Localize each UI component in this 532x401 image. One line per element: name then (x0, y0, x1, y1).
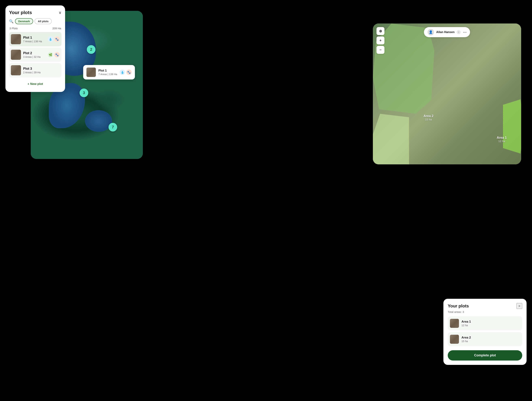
plot-3-details: 2 Areas | 39 Ha (23, 71, 57, 74)
plots-total-ha: 209 Ha (52, 27, 61, 30)
tooltip-title: Plot 1 (98, 69, 117, 72)
map-marker-2[interactable]: 2 (87, 45, 95, 54)
plots-sidebar-panel: Your plots ∨ 🔍 Denmark All plots 3 Plots… (6, 6, 65, 92)
tooltip-subtitle: 7 Areas | 138 Ha (98, 73, 117, 76)
right-map-panel: Area 2 15 ha Area 1 12 ha ⊕ + − 👤 Allan … (373, 24, 521, 164)
user-info-badge[interactable]: i (457, 30, 461, 34)
tooltip-info: Plot 1 7 Areas | 138 Ha (98, 69, 117, 76)
chevron-down-icon[interactable]: ∨ (59, 10, 62, 15)
right-map-background: Area 2 15 ha Area 1 12 ha ⊕ + − 👤 Allan … (373, 24, 521, 164)
plot-2-details: 3 Areas | 32 Ha (23, 56, 45, 58)
map-marker-7[interactable]: 7 (108, 123, 117, 131)
area-2-size: 15 ha (424, 118, 433, 121)
plot-1-info: Plot 1 7 Areas | 138 Ha (23, 36, 45, 43)
area-2-item-info: Area 2 15 ha (462, 336, 520, 343)
modal-area-item-1[interactable]: Area 1 12 ha (448, 316, 522, 330)
plot-item-2[interactable]: Plot 2 3 Areas | 32 Ha 🌿 🐾 (9, 48, 62, 62)
plot-1-badges: 💧 🐾 (48, 37, 60, 42)
modal-area-item-2[interactable]: Area 2 15 ha (448, 332, 522, 346)
locate-button[interactable]: ⊕ (376, 27, 384, 35)
map-tooltip-plot1[interactable]: Plot 1 7 Areas | 138 Ha 💧 🐾 (83, 65, 135, 80)
plots-count: 3 Plots (9, 27, 18, 30)
search-filter-row: 🔍 Denmark All plots (9, 18, 62, 24)
water-body-3 (85, 110, 112, 132)
panel-title: Your plots (9, 10, 32, 15)
area-1-label: Area 1 12 ha (497, 136, 507, 143)
plot-1-paw-icon: 🐾 (54, 37, 60, 42)
plot-2-name: Plot 2 (23, 51, 45, 55)
field-highlight-area (503, 99, 521, 154)
tooltip-water-icon: 💧 (120, 69, 125, 75)
plot-1-details: 7 Areas | 138 Ha (23, 40, 45, 43)
zoom-out-button[interactable]: − (376, 46, 384, 54)
area-1-item-size: 12 ha (462, 324, 520, 327)
user-avatar: 👤 (427, 29, 434, 35)
complete-plot-button[interactable]: Complete plot (448, 350, 522, 361)
area-2-item-size: 15 ha (462, 340, 520, 343)
area-1-thumbnail (450, 319, 459, 328)
plot-2-paw-icon: 🐾 (54, 52, 60, 57)
modal-subtitle: Total areas: 3 (448, 310, 522, 313)
zoom-in-button[interactable]: + (376, 37, 384, 44)
area-2-label: Area 2 15 ha (424, 114, 433, 121)
plot-3-info: Plot 3 2 Areas | 39 Ha (23, 67, 57, 74)
area-2-name: Area 2 (424, 114, 433, 118)
modal-header: Your plots × (448, 303, 522, 309)
plot-2-leaf-icon: 🌿 (48, 52, 53, 57)
user-name: Allan Hansen (436, 31, 454, 34)
modal-title: Your plots (448, 303, 469, 308)
plot-item-1[interactable]: Plot 1 7 Areas | 138 Ha 💧 🐾 (9, 32, 62, 46)
plot-item-3[interactable]: Plot 3 2 Areas | 39 Ha (9, 63, 62, 78)
filter-denmark[interactable]: Denmark (15, 18, 33, 24)
plot-3-thumbnail (11, 65, 21, 75)
plot-2-info: Plot 2 3 Areas | 32 Ha (23, 51, 45, 58)
area-2-item-name: Area 2 (462, 336, 520, 339)
plot-1-thumbnail (11, 34, 21, 44)
plot-1-name: Plot 1 (23, 36, 45, 40)
search-icon[interactable]: 🔍 (9, 19, 13, 24)
tooltip-icons: 💧 🐾 (120, 69, 132, 75)
modal-close-button[interactable]: × (516, 303, 522, 309)
area-1-item-info: Area 1 12 ha (462, 320, 520, 327)
field-right-area (373, 114, 409, 164)
new-plot-button[interactable]: + New plot (9, 80, 62, 88)
tooltip-thumbnail (86, 68, 96, 77)
more-options-icon[interactable]: ⋯ (463, 30, 467, 34)
user-header-bar: 👤 Allan Hansen i ⋯ (424, 27, 470, 37)
map-marker-3[interactable]: 3 (80, 88, 88, 97)
plots-summary: 3 Plots 209 Ha (9, 27, 62, 30)
area-1-item-name: Area 1 (462, 320, 520, 323)
panel-header: Your plots ∨ (9, 10, 62, 15)
map-controls: ⊕ + − (376, 27, 384, 54)
plot-3-name: Plot 3 (23, 67, 57, 71)
filter-all-plots[interactable]: All plots (35, 18, 52, 24)
tooltip-paw-icon: 🐾 (126, 69, 132, 75)
plot-2-badges: 🌿 🐾 (48, 52, 60, 57)
area-2-thumbnail (450, 335, 459, 344)
plot-1-water-icon: 💧 (48, 37, 53, 42)
area-1-size: 12 ha (497, 140, 507, 143)
area-1-name: Area 1 (497, 136, 507, 140)
plot-2-thumbnail (11, 50, 21, 60)
plots-modal: Your plots × Total areas: 3 Area 1 12 ha… (443, 299, 526, 365)
